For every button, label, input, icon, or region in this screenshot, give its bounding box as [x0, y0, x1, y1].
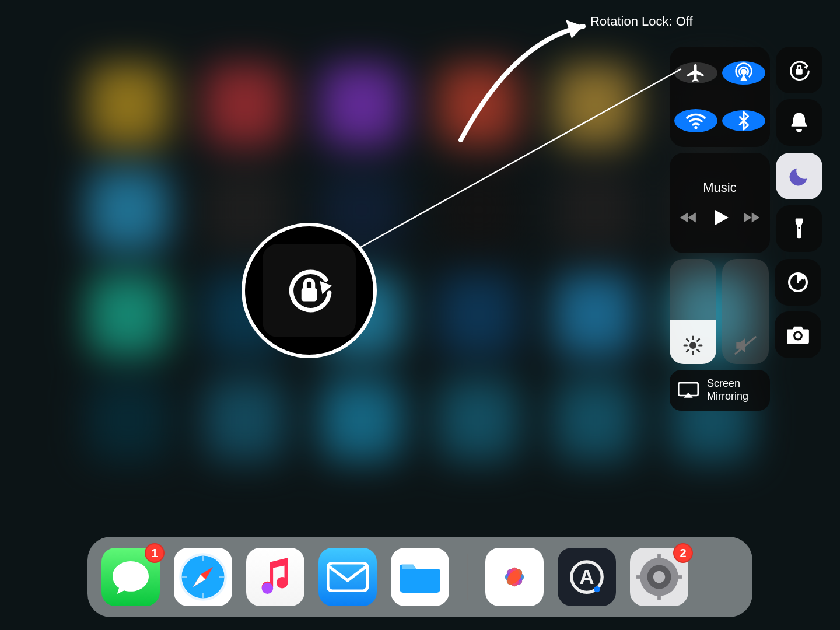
airdrop-icon [732, 61, 755, 85]
rotation-lock-icon [281, 262, 338, 319]
bluetooth-icon [733, 110, 754, 131]
volume-slider[interactable] [722, 259, 769, 364]
svg-rect-38 [657, 554, 661, 561]
wifi-icon [684, 109, 708, 132]
control-center: Music [670, 47, 828, 411]
do-not-disturb-toggle[interactable] [776, 153, 822, 200]
svg-point-0 [741, 70, 746, 74]
dock-app-messages[interactable]: 1 [102, 548, 160, 606]
messages-badge: 1 [145, 543, 164, 563]
media-controls [679, 207, 761, 228]
svg-point-4 [798, 227, 800, 229]
dock-app-safari[interactable] [174, 548, 232, 606]
dock-app-files[interactable] [391, 548, 449, 606]
play-icon[interactable] [709, 207, 730, 228]
wifi-toggle[interactable] [674, 109, 718, 132]
safari-icon [178, 552, 228, 602]
rotation-lock-magnifier [242, 223, 377, 358]
screen-mirroring-label: ScreenMirroring [707, 377, 748, 402]
svg-point-34 [594, 586, 600, 593]
messages-icon [110, 559, 151, 595]
svg-rect-41 [675, 575, 682, 579]
next-track-icon[interactable] [741, 210, 761, 225]
camera-icon [785, 324, 811, 345]
svg-text:A: A [579, 565, 594, 588]
dock-app-a[interactable]: A [558, 548, 616, 606]
svg-rect-2 [796, 69, 803, 75]
airplane-mode-toggle[interactable] [674, 62, 718, 83]
letter-a-icon: A [566, 556, 607, 597]
screen-mirroring-icon [678, 382, 699, 399]
svg-point-1 [694, 126, 697, 129]
dock-app-music[interactable] [246, 548, 304, 606]
photos-icon [494, 556, 536, 598]
media-title: Music [703, 180, 736, 195]
timer-icon [786, 271, 810, 294]
dock-app-photos[interactable] [485, 548, 544, 606]
airdrop-toggle[interactable] [722, 61, 765, 85]
settings-badge: 2 [673, 543, 693, 563]
brightness-slider[interactable] [670, 259, 716, 364]
dock-app-mail[interactable] [318, 548, 377, 606]
dock: 1 A [88, 537, 752, 617]
bell-icon [788, 111, 811, 134]
files-icon [398, 560, 442, 594]
svg-point-5 [690, 342, 696, 349]
mail-icon [327, 562, 369, 592]
silent-mode-toggle[interactable] [776, 99, 822, 146]
svg-rect-23 [328, 563, 368, 591]
dock-divider [467, 554, 468, 600]
camera-button[interactable] [775, 312, 821, 358]
svg-rect-39 [657, 593, 661, 600]
screen-mirroring-button[interactable]: ScreenMirroring [670, 370, 770, 411]
bluetooth-toggle[interactable] [722, 110, 765, 131]
svg-point-8 [795, 333, 800, 338]
svg-rect-40 [636, 575, 643, 579]
moon-icon [788, 164, 811, 188]
music-icon [258, 558, 293, 596]
dock-app-settings[interactable]: 2 [630, 548, 688, 606]
airplane-icon [685, 62, 706, 83]
flashlight-toggle[interactable] [776, 205, 822, 252]
timer-button[interactable] [775, 259, 821, 306]
brightness-icon [682, 335, 704, 356]
svg-point-37 [653, 571, 666, 583]
volume-mute-icon [734, 335, 757, 356]
connectivity-module [670, 47, 770, 147]
rotation-lock-callout-label: Rotation Lock: Off [590, 14, 693, 29]
flashlight-icon [789, 217, 809, 240]
svg-rect-13 [302, 288, 317, 301]
svg-rect-3 [796, 219, 803, 222]
rotation-lock-toggle[interactable] [776, 47, 822, 93]
media-module[interactable]: Music [670, 153, 770, 253]
rotation-lock-icon [786, 57, 813, 83]
previous-track-icon[interactable] [679, 210, 699, 225]
svg-point-22 [262, 583, 273, 594]
sliders [670, 259, 769, 364]
